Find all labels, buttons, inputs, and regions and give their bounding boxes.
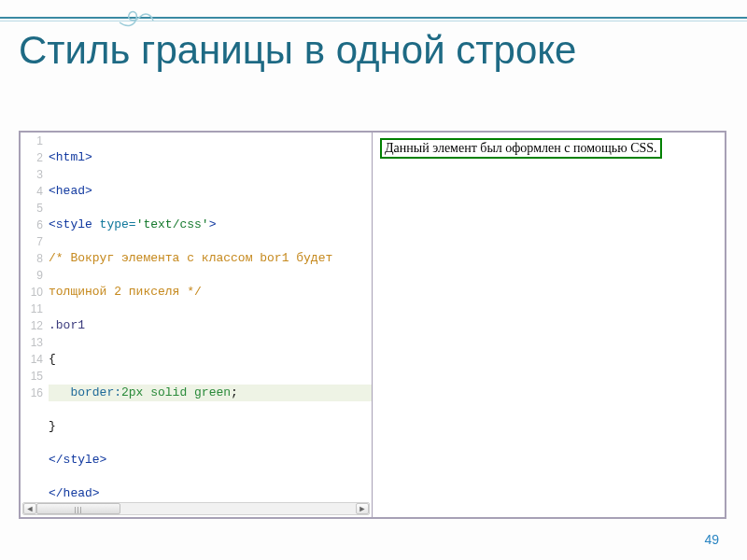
h-scrollbar[interactable]: ◄ ||| ►: [22, 502, 370, 515]
slide: Стиль границы в одной строке 1 2 3 4 5 6…: [0, 0, 747, 560]
preview-bordered-box: Данный элемент был оформлен с помощью CS…: [380, 138, 662, 159]
line-gutter: 1 2 3 4 5 6 7 8 9 10 11 12 13 14 15 16: [21, 133, 49, 502]
decor-line-thin: [0, 21, 747, 21]
page-number: 49: [704, 532, 719, 547]
slide-title: Стиль границы в одной строке: [19, 28, 728, 73]
scroll-thumb[interactable]: |||: [36, 503, 120, 514]
code-body[interactable]: <html> <head> <style type='text/css'> /*…: [49, 133, 372, 502]
preview-pane: Данный элемент был оформлен с помощью CS…: [373, 133, 725, 517]
code-pane[interactable]: 1 2 3 4 5 6 7 8 9 10 11 12 13 14 15 16: [21, 133, 373, 517]
swirl-icon: [118, 4, 155, 30]
split-editor: 1 2 3 4 5 6 7 8 9 10 11 12 13 14 15 16: [19, 131, 726, 519]
scroll-right-button[interactable]: ►: [356, 503, 369, 514]
scroll-track[interactable]: |||: [36, 503, 356, 514]
scroll-left-button[interactable]: ◄: [23, 503, 36, 514]
decor-line: [0, 17, 747, 19]
